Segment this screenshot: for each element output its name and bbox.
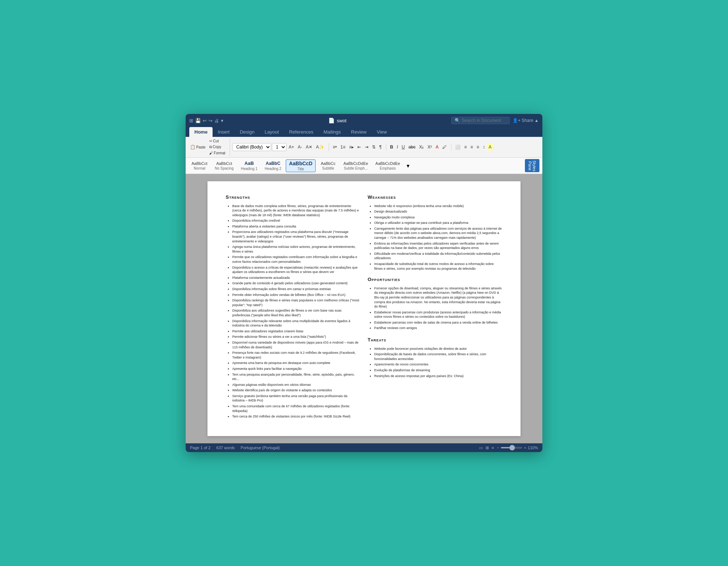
status-bar: Page 1 of 2 637 words Portuguese (Portug…	[186, 443, 542, 452]
view-web-button[interactable]: ≡	[492, 446, 494, 450]
tab-mailings[interactable]: Mailings	[318, 127, 346, 137]
copy-button[interactable]: ⧉ Copy	[208, 144, 227, 150]
dropdown-icon[interactable]: ▾	[221, 118, 223, 123]
list-item: Disponibiliza informação credível	[232, 218, 360, 223]
align-right-button[interactable]: ≡	[469, 144, 474, 150]
list-item: Serviço gratuito (embora também tenha um…	[232, 394, 360, 403]
style-title[interactable]: AaBbCcD Title	[286, 159, 316, 172]
styles-pane-button[interactable]: Styles Pane	[525, 159, 539, 172]
format-group: B I U abc X₂ X² A 🖊	[388, 144, 451, 150]
decrease-indent-button[interactable]: ⇤	[356, 144, 363, 150]
zoom-minus-icon[interactable]: −	[497, 446, 499, 450]
styles-row: AaBbCct Normal AaBbCct No Spacing AaB He…	[186, 158, 542, 174]
sort-button[interactable]: ⇅	[371, 144, 377, 150]
show-formatting-button[interactable]: ¶	[378, 144, 383, 150]
view-read-button[interactable]: ⊞	[486, 446, 489, 450]
font-shrink-button[interactable]: A-	[296, 144, 304, 150]
list-item: Grande parte do conteúdo é gerado pelos …	[232, 281, 360, 286]
bold-button[interactable]: B	[388, 144, 395, 150]
zoom-control: − + 110%	[497, 446, 538, 450]
increase-indent-button[interactable]: ⇥	[363, 144, 370, 150]
weaknesses-list: Website não é responsivo (embora tenha u…	[368, 204, 502, 271]
list-item: Incapacidade de substituição total de ou…	[374, 262, 502, 271]
style-heading1[interactable]: AaB Heading 1	[238, 160, 261, 171]
style-no-spacing-name: No Spacing	[215, 166, 234, 170]
search-box[interactable]: 🔍	[451, 117, 510, 124]
style-heading2[interactable]: AaBbC Heading 2	[262, 160, 284, 171]
share-label: Share	[522, 118, 533, 123]
zoom-slider[interactable]	[500, 447, 522, 448]
multilevel-list-button[interactable]: ≡▸	[348, 144, 355, 150]
style-subtle-emphasis[interactable]: AaBbCcDdEe Subtle Emph...	[340, 161, 371, 171]
app-window: ⊞ 💾 ↩ ↪ 🖨 ▾ 📄 swot 🔍 👤+ Share ▲ Home	[186, 114, 542, 452]
style-subtle-emphasis-preview: AaBbCcDdEe	[343, 161, 368, 166]
list-item: Apresenta quick links para facilitar a n…	[232, 367, 360, 371]
justify-button[interactable]: ≡	[475, 144, 480, 150]
list-item: Permite adicionar filmes ou séries a ver…	[232, 335, 360, 339]
style-normal[interactable]: AaBbCct Normal	[189, 161, 210, 171]
undo-icon[interactable]: ↩	[203, 118, 207, 123]
share-chevron: ▲	[534, 118, 539, 123]
style-normal-preview: AaBbCct	[191, 161, 207, 166]
style-subtitle[interactable]: AaBbCc Subtitle	[317, 161, 339, 171]
font-family-selector[interactable]: Calibri (Body)	[232, 143, 271, 151]
clear-format-button[interactable]: A✕	[304, 144, 314, 150]
subscript-button[interactable]: X₂	[418, 144, 425, 150]
tab-references[interactable]: References	[284, 127, 318, 137]
underline-button[interactable]: U	[400, 144, 406, 150]
style-normal-name: Normal	[194, 166, 205, 170]
list-item: Dificuldade em moderar/verificar a total…	[374, 252, 502, 261]
list-item: Plataforma constantemente actualizada	[232, 276, 360, 280]
zoom-plus-icon[interactable]: +	[524, 446, 526, 450]
print-icon[interactable]: 🖨	[214, 118, 219, 123]
list-item: Estabelecer novas parcerias com produtor…	[374, 310, 502, 319]
bullets-button[interactable]: ≡•	[331, 144, 338, 150]
right-column: Weaknesses Website não é responsivo (emb…	[368, 192, 502, 425]
font-size-selector[interactable]: 16	[272, 143, 286, 151]
search-input[interactable]	[462, 118, 505, 123]
superscript-button[interactable]: X²	[426, 144, 434, 150]
list-item: Website pode favorecer possíveis violaçõ…	[374, 347, 502, 351]
shading-button[interactable]: A	[487, 144, 493, 150]
line-spacing-button[interactable]: ↕	[481, 144, 486, 150]
paste-button[interactable]: 📋Paste	[189, 144, 207, 150]
format-painter-button[interactable]: 🖌 Format	[208, 150, 227, 156]
list-item: Proporciona aos utilizadores registados …	[232, 230, 360, 244]
style-emphasis[interactable]: AaBbCcDdEe Emphasis	[372, 161, 403, 171]
tab-layout[interactable]: Layout	[260, 127, 284, 137]
save-icon[interactable]: 💾	[195, 118, 201, 123]
list-item: Obriga o utilizador a registar-se para c…	[374, 221, 502, 225]
tab-home[interactable]: Home	[189, 127, 213, 137]
align-left-button[interactable]: ⬜	[454, 144, 462, 150]
tab-review[interactable]: Review	[346, 127, 372, 137]
text-effects-button[interactable]: A✨	[314, 144, 326, 150]
threats-heading: Threats	[368, 336, 502, 344]
weaknesses-heading: Weaknesses	[368, 194, 502, 201]
tab-design[interactable]: Design	[235, 127, 260, 137]
styles-dropdown[interactable]: ▾	[404, 162, 412, 169]
style-subtitle-preview: AaBbCc	[321, 161, 335, 166]
style-no-spacing[interactable]: AaBbCct No Spacing	[212, 161, 237, 171]
font-grow-button[interactable]: A+	[287, 144, 296, 150]
view-layout-button[interactable]: ▭	[479, 446, 483, 450]
align-center-button[interactable]: ≡	[463, 144, 468, 150]
strikethrough-button[interactable]: abc	[407, 144, 417, 150]
tab-view[interactable]: View	[372, 127, 392, 137]
numbering-button[interactable]: 1≡	[339, 144, 347, 150]
list-item: Partilhar reviews com amigos	[374, 326, 502, 331]
highlight-button[interactable]: 🖊	[441, 144, 448, 150]
strengths-column: Strengths Base de dados muito completa s…	[226, 192, 360, 425]
redo-icon[interactable]: ↪	[209, 118, 213, 123]
italic-button[interactable]: I	[395, 144, 399, 150]
text-color-button[interactable]: A	[434, 144, 440, 150]
list-item: Tem uma comunidade com cerca de 67 milhõ…	[232, 404, 360, 413]
share-button[interactable]: 👤+ Share ▲	[513, 118, 539, 123]
cut-button[interactable]: ✂ Cut	[208, 138, 227, 144]
list-item: Embora as informações inseridas pelos ut…	[374, 241, 502, 250]
tab-insert[interactable]: Insert	[213, 127, 235, 137]
threats-list: Website pode favorecer possíveis violaçõ…	[368, 347, 502, 379]
window-icon[interactable]: ⊞	[189, 118, 193, 123]
zoom-level: 110%	[528, 446, 538, 450]
style-emphasis-name: Emphasis	[380, 166, 396, 170]
list-item: Aparecimento de novos concorrentes	[374, 362, 502, 367]
